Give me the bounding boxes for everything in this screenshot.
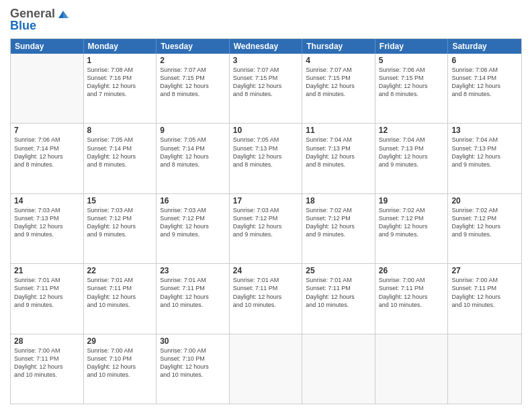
day-info: Sunrise: 7:00 AM Sunset: 7:10 PM Dayligh… [160, 347, 226, 379]
day-number: 4 [306, 56, 371, 65]
calendar-cell: 19Sunrise: 7:02 AM Sunset: 7:12 PM Dayli… [375, 194, 449, 263]
calendar-cell [230, 334, 303, 404]
day-info: Sunrise: 7:04 AM Sunset: 7:13 PM Dayligh… [451, 136, 518, 169]
day-info: Sunrise: 7:00 AM Sunset: 7:11 PM Dayligh… [451, 276, 518, 309]
day-info: Sunrise: 7:00 AM Sunset: 7:10 PM Dayligh… [87, 347, 153, 379]
logo-blue-text: Blue [10, 19, 36, 33]
day-info: Sunrise: 7:00 AM Sunset: 7:11 PM Dayligh… [14, 347, 80, 379]
calendar-cell: 14Sunrise: 7:03 AM Sunset: 7:13 PM Dayli… [11, 194, 84, 263]
calendar-week-3: 14Sunrise: 7:03 AM Sunset: 7:13 PM Dayli… [11, 193, 521, 263]
day-info: Sunrise: 7:01 AM Sunset: 7:11 PM Dayligh… [160, 276, 226, 309]
calendar-header: SundayMondayTuesdayWednesdayThursdayFrid… [11, 39, 521, 54]
header-day-monday: Monday [84, 39, 157, 54]
header-day-wednesday: Wednesday [230, 39, 303, 54]
day-number: 28 [14, 336, 80, 346]
day-number: 1 [87, 56, 153, 65]
day-info: Sunrise: 7:04 AM Sunset: 7:13 PM Dayligh… [379, 136, 445, 169]
calendar-cell [11, 54, 84, 123]
calendar-cell: 8Sunrise: 7:05 AM Sunset: 7:14 PM Daylig… [84, 124, 157, 193]
logo: General Blue [10, 7, 70, 33]
day-number: 26 [379, 266, 445, 275]
day-number: 20 [451, 196, 518, 205]
day-info: Sunrise: 7:06 AM Sunset: 7:15 PM Dayligh… [379, 66, 445, 99]
calendar-week-5: 28Sunrise: 7:00 AM Sunset: 7:11 PM Dayli… [11, 334, 521, 404]
day-number: 27 [451, 266, 518, 275]
day-number: 8 [87, 126, 153, 135]
calendar-cell: 29Sunrise: 7:00 AM Sunset: 7:10 PM Dayli… [84, 334, 157, 404]
day-info: Sunrise: 7:07 AM Sunset: 7:15 PM Dayligh… [233, 66, 299, 99]
header-day-saturday: Saturday [448, 39, 521, 54]
day-number: 24 [233, 266, 299, 275]
day-info: Sunrise: 7:01 AM Sunset: 7:11 PM Dayligh… [87, 276, 153, 309]
day-number: 7 [14, 126, 80, 135]
calendar-cell: 17Sunrise: 7:03 AM Sunset: 7:12 PM Dayli… [230, 194, 303, 263]
day-number: 25 [306, 266, 371, 275]
day-number: 19 [379, 196, 445, 205]
day-info: Sunrise: 7:05 AM Sunset: 7:13 PM Dayligh… [233, 136, 299, 169]
calendar-cell: 9Sunrise: 7:05 AM Sunset: 7:14 PM Daylig… [157, 124, 230, 193]
calendar-cell [448, 334, 521, 404]
day-info: Sunrise: 7:03 AM Sunset: 7:12 PM Dayligh… [233, 206, 299, 239]
day-number: 18 [306, 196, 371, 205]
calendar-cell: 4Sunrise: 7:07 AM Sunset: 7:15 PM Daylig… [302, 54, 375, 123]
page: General Blue SundayMondayTuesdayWednesda… [0, 0, 532, 411]
day-info: Sunrise: 7:08 AM Sunset: 7:16 PM Dayligh… [87, 66, 153, 99]
calendar-cell: 18Sunrise: 7:02 AM Sunset: 7:12 PM Dayli… [302, 194, 375, 263]
day-info: Sunrise: 7:01 AM Sunset: 7:11 PM Dayligh… [14, 276, 80, 309]
calendar-cell: 20Sunrise: 7:02 AM Sunset: 7:12 PM Dayli… [448, 194, 521, 263]
calendar-cell: 3Sunrise: 7:07 AM Sunset: 7:15 PM Daylig… [230, 54, 303, 123]
calendar-cell: 10Sunrise: 7:05 AM Sunset: 7:13 PM Dayli… [230, 124, 303, 193]
day-number: 17 [233, 196, 299, 205]
svg-marker-1 [63, 11, 69, 18]
day-number: 13 [451, 126, 518, 135]
day-info: Sunrise: 7:01 AM Sunset: 7:11 PM Dayligh… [306, 276, 371, 309]
day-info: Sunrise: 7:07 AM Sunset: 7:15 PM Dayligh… [160, 66, 226, 99]
calendar-cell: 15Sunrise: 7:03 AM Sunset: 7:12 PM Dayli… [84, 194, 157, 263]
day-info: Sunrise: 7:02 AM Sunset: 7:12 PM Dayligh… [451, 206, 518, 239]
day-number: 30 [160, 336, 226, 346]
day-info: Sunrise: 7:05 AM Sunset: 7:14 PM Dayligh… [87, 136, 153, 169]
calendar-cell: 1Sunrise: 7:08 AM Sunset: 7:16 PM Daylig… [84, 54, 157, 123]
day-info: Sunrise: 7:03 AM Sunset: 7:12 PM Dayligh… [160, 206, 226, 239]
day-number: 11 [306, 126, 371, 135]
logo-icon [56, 9, 70, 19]
calendar-cell: 27Sunrise: 7:00 AM Sunset: 7:11 PM Dayli… [448, 264, 521, 333]
day-info: Sunrise: 7:06 AM Sunset: 7:14 PM Dayligh… [14, 136, 80, 169]
calendar-cell: 22Sunrise: 7:01 AM Sunset: 7:11 PM Dayli… [84, 264, 157, 333]
calendar-cell: 23Sunrise: 7:01 AM Sunset: 7:11 PM Dayli… [157, 264, 230, 333]
day-info: Sunrise: 7:03 AM Sunset: 7:13 PM Dayligh… [14, 206, 80, 239]
header: General Blue [10, 7, 522, 33]
header-day-sunday: Sunday [11, 39, 84, 54]
day-number: 3 [233, 56, 299, 65]
calendar-cell: 12Sunrise: 7:04 AM Sunset: 7:13 PM Dayli… [375, 124, 449, 193]
calendar-cell: 24Sunrise: 7:01 AM Sunset: 7:11 PM Dayli… [230, 264, 303, 333]
calendar-cell: 30Sunrise: 7:00 AM Sunset: 7:10 PM Dayli… [157, 334, 230, 404]
day-info: Sunrise: 7:03 AM Sunset: 7:12 PM Dayligh… [87, 206, 153, 239]
day-info: Sunrise: 7:04 AM Sunset: 7:13 PM Dayligh… [306, 136, 371, 169]
calendar-cell: 2Sunrise: 7:07 AM Sunset: 7:15 PM Daylig… [157, 54, 230, 123]
day-number: 16 [160, 196, 226, 205]
day-number: 23 [160, 266, 226, 275]
day-number: 10 [233, 126, 299, 135]
day-number: 22 [87, 266, 153, 275]
day-number: 9 [160, 126, 226, 135]
day-number: 21 [14, 266, 80, 275]
day-number: 29 [87, 336, 153, 346]
header-day-thursday: Thursday [302, 39, 375, 54]
day-info: Sunrise: 7:02 AM Sunset: 7:12 PM Dayligh… [306, 206, 371, 239]
calendar-cell: 7Sunrise: 7:06 AM Sunset: 7:14 PM Daylig… [11, 124, 84, 193]
day-number: 5 [379, 56, 445, 65]
calendar-cell: 13Sunrise: 7:04 AM Sunset: 7:13 PM Dayli… [448, 124, 521, 193]
day-number: 2 [160, 56, 226, 65]
calendar-cell [302, 334, 375, 404]
day-info: Sunrise: 7:01 AM Sunset: 7:11 PM Dayligh… [233, 276, 299, 309]
day-number: 14 [14, 196, 80, 205]
calendar: SundayMondayTuesdayWednesdayThursdayFrid… [10, 38, 522, 404]
calendar-cell [375, 334, 449, 404]
day-number: 6 [451, 56, 518, 65]
calendar-week-4: 21Sunrise: 7:01 AM Sunset: 7:11 PM Dayli… [11, 263, 521, 333]
calendar-cell: 16Sunrise: 7:03 AM Sunset: 7:12 PM Dayli… [157, 194, 230, 263]
calendar-cell: 28Sunrise: 7:00 AM Sunset: 7:11 PM Dayli… [11, 334, 84, 404]
day-info: Sunrise: 7:02 AM Sunset: 7:12 PM Dayligh… [379, 206, 445, 239]
calendar-cell: 11Sunrise: 7:04 AM Sunset: 7:13 PM Dayli… [302, 124, 375, 193]
